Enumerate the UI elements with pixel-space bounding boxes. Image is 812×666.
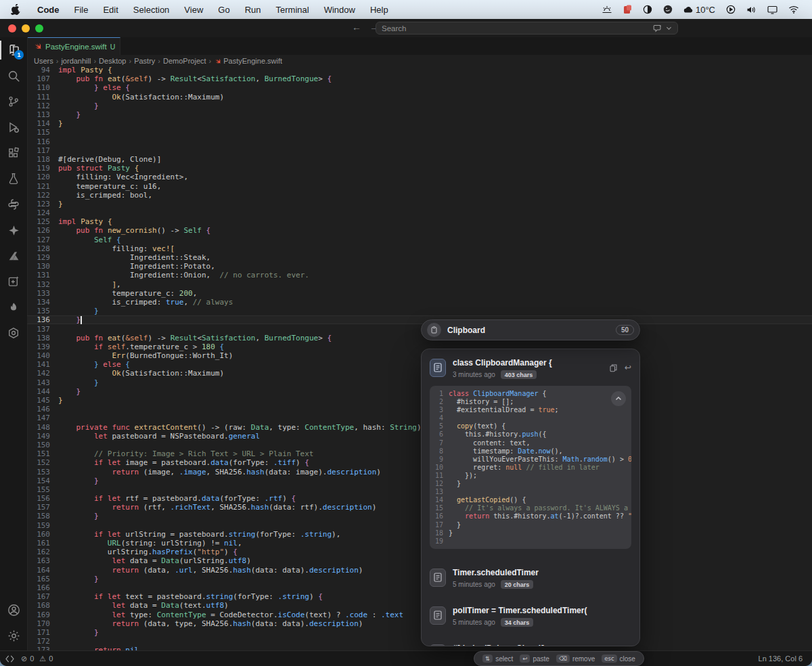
apple-icon[interactable]: [11, 4, 20, 15]
code-line[interactable]: 10 regret: null // filled in later: [430, 464, 631, 472]
code-line[interactable]: 16 return this.#history.at(-1)?.content …: [430, 512, 631, 520]
activity-search-icon[interactable]: [0, 63, 27, 89]
menu-file[interactable]: File: [67, 5, 96, 15]
code-line[interactable]: 169 let type: ContentType = CodeDetector…: [27, 610, 812, 619]
weather-icon[interactable]: [598, 5, 616, 14]
code-line[interactable]: 8 timestamp: Date.now(),: [430, 447, 631, 456]
clipboard-selected-item[interactable]: class ClipboardManager { 3 minutes ago 4…: [422, 349, 639, 384]
code-line[interactable]: 13: [430, 488, 631, 496]
code-line[interactable]: 134 is_crimped: true, // always: [27, 298, 812, 307]
activity-python-icon[interactable]: [0, 192, 27, 217]
code-line[interactable]: 107 pub fn eat(&self) -> Result<Satisfac…: [27, 74, 812, 83]
code-line[interactable]: 7 content: text,: [430, 439, 631, 447]
code-line[interactable]: 146: [27, 405, 812, 414]
code-line[interactable]: 6 this.#history.push({: [430, 430, 631, 439]
code-editor[interactable]: 94impl Pasty {107 pub fn eat(&self) -> R…: [27, 66, 812, 651]
code-line[interactable]: 139 if self.temperature_c > 180 {: [27, 342, 812, 351]
code-line[interactable]: 151 // Priority: Image > Rich Text > URL…: [27, 449, 812, 458]
code-line[interactable]: 118#[derive(Debug, Clone)]: [27, 155, 812, 164]
breadcrumb-item[interactable]: Users: [34, 57, 53, 65]
menu-edit[interactable]: Edit: [95, 5, 125, 15]
code-line[interactable]: 148 private func extractContent() -> (ra…: [27, 423, 812, 432]
code-line[interactable]: 165 }: [27, 575, 812, 583]
breadcrumb-item[interactable]: Desktop: [99, 57, 126, 65]
code-line[interactable]: 172: [27, 637, 812, 646]
minimize-window-button[interactable]: [22, 24, 30, 32]
code-line[interactable]: 121 temperature_c: u16,: [27, 181, 812, 190]
activity-run-debug-icon[interactable]: [0, 114, 27, 140]
playback-icon[interactable]: [723, 5, 739, 14]
code-line[interactable]: 136 }: [27, 315, 812, 324]
code-line[interactable]: 163 let data = Data(urlString.utf8): [27, 556, 812, 565]
code-line[interactable]: 155: [27, 485, 812, 494]
activity-source-control-icon[interactable]: [0, 89, 27, 114]
code-line[interactable]: 115: [27, 128, 812, 137]
code-line[interactable]: 149 let pasteboard = NSPasteboard.genera…: [27, 432, 812, 441]
menu-selection[interactable]: Selection: [126, 5, 177, 15]
collapse-preview-button[interactable]: [611, 391, 626, 406]
breadcrumb-item[interactable]: DemoProject: [163, 57, 206, 65]
code-line[interactable]: 4: [430, 414, 631, 422]
code-line[interactable]: 17 }: [430, 521, 631, 529]
code-line[interactable]: 168 let data = Data(text.utf8): [27, 601, 812, 610]
code-line[interactable]: 162 urlString.hasPrefix("http") {: [27, 548, 812, 556]
wifi-icon[interactable]: [785, 5, 803, 14]
code-line[interactable]: 160 if let urlString = pasteboard.string…: [27, 530, 812, 539]
activity-testing-icon[interactable]: [0, 166, 27, 192]
paste-app-icon[interactable]: [620, 5, 635, 14]
code-line[interactable]: 3 #existentialDread = true;: [430, 406, 631, 414]
activity-settings-icon[interactable]: [0, 623, 27, 648]
menu-view[interactable]: View: [177, 5, 210, 15]
paste-return-icon[interactable]: ↩: [625, 363, 631, 372]
problems-indicator[interactable]: ⊘ 0 ⚠ 0: [21, 654, 53, 663]
code-line[interactable]: 112 }: [27, 102, 812, 110]
code-line[interactable]: 164 return (data, .url, SHA256.hash(data…: [27, 566, 812, 575]
clipboard-overlay-header[interactable]: Clipboard 50: [421, 319, 640, 340]
code-line[interactable]: 152 if let image = pasteboard.data(forTy…: [27, 458, 812, 467]
code-line[interactable]: 133 temperature_c: 200,: [27, 289, 812, 298]
code-line[interactable]: 126 pub fn new_cornish() -> Self {: [27, 226, 812, 235]
code-line[interactable]: 19: [430, 537, 631, 546]
code-line[interactable]: 122 is_crimped: bool,: [27, 191, 812, 200]
code-line[interactable]: 156 if let rtf = pasteboard.data(forType…: [27, 494, 812, 503]
code-line[interactable]: 111 Ok(Satisfaction::Maximum): [27, 93, 812, 102]
code-line[interactable]: 119pub struct Pasty {: [27, 164, 812, 173]
code-line[interactable]: 150: [27, 441, 812, 449]
clipboard-code-preview[interactable]: 1class ClipboardManager {2 #history = []…: [430, 386, 631, 549]
code-line[interactable]: 11 });: [430, 472, 631, 480]
code-line[interactable]: 140 Err(BurnedTongue::Worth_It): [27, 351, 812, 360]
menu-run[interactable]: Run: [238, 5, 269, 15]
menu-go[interactable]: Go: [210, 5, 237, 15]
close-window-button[interactable]: [8, 24, 16, 32]
clipboard-history-item[interactable]: Timer.scheduledTimer5 minutes ago20 char…: [422, 557, 639, 595]
code-line[interactable]: 1class ClipboardManager {: [430, 390, 631, 398]
code-line[interactable]: 110 } else {: [27, 83, 812, 92]
clipboard-history-item[interactable]: pollTimer = Timer.scheduledTimer(5 minut…: [422, 595, 639, 633]
code-line[interactable]: 141 } else {: [27, 360, 812, 369]
code-line[interactable]: 12 }: [430, 480, 631, 488]
code-line[interactable]: 142 Ok(Satisfaction::Maximum): [27, 369, 812, 378]
code-line[interactable]: 2 #history = [];: [430, 398, 631, 406]
code-line[interactable]: 114}: [27, 119, 812, 128]
code-line[interactable]: 161 URL(string: urlString) != nil,: [27, 539, 812, 548]
window-title-bar[interactable]: ← → Search: [0, 19, 812, 38]
breadcrumb-item[interactable]: Pastry: [134, 57, 155, 65]
tab-pastyengine-swift[interactable]: PastyEngine.swift U: [27, 37, 120, 55]
activity-account-icon[interactable]: [0, 597, 27, 623]
code-line[interactable]: 123}: [27, 200, 812, 208]
navigate-back-button[interactable]: ←: [352, 22, 361, 32]
activity-hexagon-icon[interactable]: [0, 320, 27, 346]
menu-code[interactable]: Code: [30, 5, 67, 15]
breadcrumb-item[interactable]: PastyEngine.swift: [214, 57, 282, 65]
cloud-temp-icon[interactable]: 10°C: [680, 5, 719, 15]
code-line[interactable]: 132 ],: [27, 280, 812, 289]
code-line[interactable]: 130 Ingredient::Potato,: [27, 262, 812, 271]
code-line[interactable]: 117: [27, 146, 812, 155]
remote-indicator-icon[interactable]: [5, 655, 14, 663]
code-line[interactable]: 135 }: [27, 307, 812, 315]
code-line[interactable]: 138 pub fn eat(&self) -> Result<Satisfac…: [27, 334, 812, 342]
display-icon[interactable]: [764, 5, 781, 14]
code-line[interactable]: 171 }: [27, 628, 812, 637]
app-logo-icon[interactable]: [660, 5, 676, 14]
code-line[interactable]: 166: [27, 583, 812, 592]
